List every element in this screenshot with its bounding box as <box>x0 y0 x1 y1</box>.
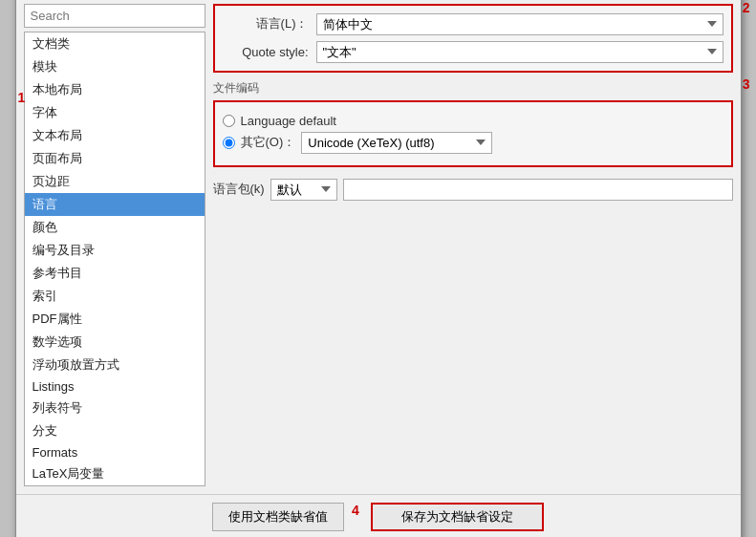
main-dialog: LyX: 文本设置 × 1 文档类 模块 本地布局 字体 文本布局 页面布局 页… <box>15 0 742 537</box>
sidebar-item-latex[interactable]: LaTeX局变量 <box>25 462 205 485</box>
sidebar-item-index[interactable]: 索引 <box>25 285 205 308</box>
sidebar-item-bullets[interactable]: 列表符号 <box>25 397 205 419</box>
sidebar-item-pagelayout[interactable]: 页面布局 <box>25 147 205 170</box>
language-row: 语言(L)： 简体中文EnglishFrenchGerman <box>223 13 724 35</box>
quote-label: Quote style: <box>223 45 309 59</box>
sidebar-item-bibliography[interactable]: 参考书目 <box>25 262 205 285</box>
sidebar-item-floats[interactable]: 浮动项放置方式 <box>25 354 205 376</box>
sidebar-item-formats[interactable]: Formats <box>25 442 205 462</box>
dialog-footer: 使用文档类缺省值 4 保存为文档缺省设定 重置(R) http://bl... … <box>16 494 741 538</box>
encoding-section-wrapper: 3 文件编码 Language default 其它(O)： Unicode (… <box>213 80 733 167</box>
encoding-default-label: Language default <box>241 114 336 128</box>
annotation-3: 3 <box>743 76 750 92</box>
dialog-body: 1 文档类 模块 本地布局 字体 文本布局 页面布局 页边距 语言 颜色 编号及… <box>16 0 741 494</box>
sidebar-list: 文档类 模块 本地布局 字体 文本布局 页面布局 页边距 语言 颜色 编号及目录… <box>24 32 205 486</box>
search-input[interactable] <box>24 4 205 28</box>
language-label: 语言(L)： <box>223 15 309 32</box>
annotation-2: 2 <box>743 0 750 15</box>
encoding-section: Language default 其它(O)： Unicode (XeTeX) … <box>213 100 733 167</box>
encoding-radio-default-row: Language default <box>223 114 724 128</box>
language-select[interactable]: 简体中文EnglishFrenchGerman <box>316 13 724 35</box>
sidebar-item-color[interactable]: 颜色 <box>25 216 205 239</box>
left-panel-wrapper: 1 文档类 模块 本地布局 字体 文本布局 页面布局 页边距 语言 颜色 编号及… <box>24 4 205 486</box>
annotation-4: 4 <box>352 503 359 531</box>
annotation-1: 1 <box>18 90 26 105</box>
langpack-row: 语言包(k) 默认自定义 <box>213 179 733 201</box>
sidebar-item-math[interactable]: 数学选项 <box>25 331 205 354</box>
language-section: 语言(L)： 简体中文EnglishFrenchGerman Quote sty… <box>213 4 733 73</box>
save-defaults-button[interactable]: 保存为文档缺省设定 <box>371 503 544 531</box>
langpack-input[interactable] <box>343 179 733 201</box>
use-defaults-button[interactable]: 使用文档类缺省值 <box>212 503 344 531</box>
encoding-radio-other-row: 其它(O)： Unicode (XeTeX) (utf8)UTF-8Latin-… <box>223 132 724 154</box>
sidebar-item-pdf[interactable]: PDF属性 <box>25 308 205 331</box>
sidebar-item-listings[interactable]: Listings <box>25 376 205 397</box>
encoding-radio-other[interactable] <box>223 137 235 149</box>
encoding-other-label: 其它(O)： Unicode (XeTeX) (utf8)UTF-8Latin-… <box>241 132 493 154</box>
encoding-radio-default[interactable] <box>223 115 235 127</box>
sidebar-item-font[interactable]: 字体 <box>25 101 205 124</box>
quote-select[interactable]: "文本"'文本'«文本» <box>316 41 724 63</box>
langpack-label: 语言包(k) <box>213 181 265 198</box>
sidebar-item-language[interactable]: 语言 <box>25 193 205 216</box>
language-section-wrapper: 2 语言(L)： 简体中文EnglishFrenchGerman Quote s… <box>213 4 733 73</box>
sidebar-item-branches[interactable]: 分支 <box>25 419 205 442</box>
langpack-select[interactable]: 默认自定义 <box>270 179 337 201</box>
footer-top: 使用文档类缺省值 4 保存为文档缺省设定 <box>24 503 733 531</box>
encoding-section-title: 文件编码 <box>213 80 733 97</box>
encoding-select[interactable]: Unicode (XeTeX) (utf8)UTF-8Latin-1GBK <box>301 132 492 154</box>
left-panel: 文档类 模块 本地布局 字体 文本布局 页面布局 页边距 语言 颜色 编号及目录… <box>24 4 205 486</box>
sidebar-item-locallayout[interactable]: 本地布局 <box>25 78 205 101</box>
sidebar-item-numbering[interactable]: 编号及目录 <box>25 239 205 262</box>
sidebar-item-docclass[interactable]: 文档类 <box>25 32 205 55</box>
sidebar-item-textlayout[interactable]: 文本布局 <box>25 124 205 147</box>
right-panel: 2 语言(L)： 简体中文EnglishFrenchGerman Quote s… <box>213 4 733 486</box>
quote-row: Quote style: "文本"'文本'«文本» <box>223 41 724 63</box>
sidebar-item-module[interactable]: 模块 <box>25 55 205 78</box>
sidebar-item-margins[interactable]: 页边距 <box>25 170 205 193</box>
